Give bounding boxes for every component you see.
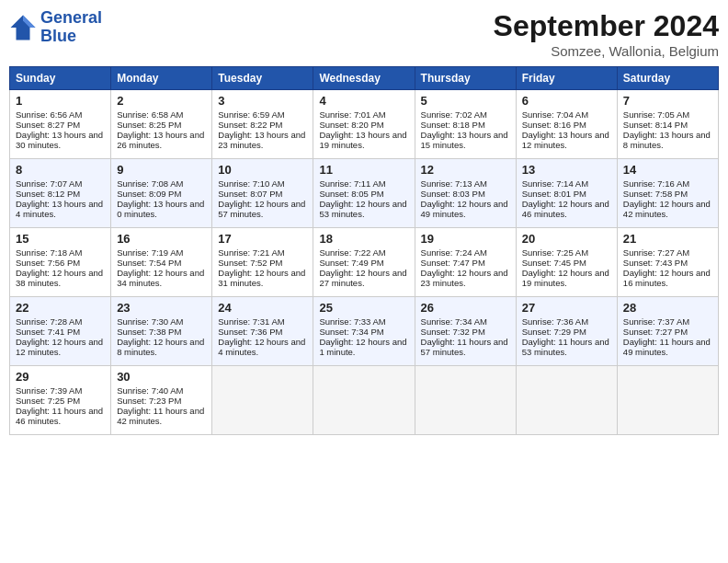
sunrise-text: Sunrise: 7:31 AM [218,316,284,327]
sunset-text: Sunset: 7:27 PM [623,327,688,337]
sunset-text: Sunset: 7:56 PM [16,258,80,268]
sunrise-text: Sunrise: 7:25 AM [522,247,588,258]
sunset-text: Sunset: 7:32 PM [421,327,485,337]
daylight-text: Daylight: 12 hours and 4 minutes. [218,337,305,357]
week-row-2: 8 Sunrise: 7:07 AM Sunset: 8:12 PM Dayli… [10,159,719,228]
daylight-text: Daylight: 13 hours and 8 minutes. [623,130,711,150]
daylight-text: Daylight: 12 hours and 38 minutes. [16,268,103,288]
day-cell: 23 Sunrise: 7:30 AM Sunset: 7:38 PM Dayl… [111,297,212,366]
sunrise-text: Sunrise: 7:33 AM [319,316,385,327]
daylight-text: Daylight: 12 hours and 34 minutes. [117,268,204,288]
sunrise-text: Sunrise: 7:16 AM [623,178,689,189]
day-number: 12 [421,163,510,177]
sunrise-text: Sunrise: 7:37 AM [623,316,689,327]
day-cell: 24 Sunrise: 7:31 AM Sunset: 7:36 PM Dayl… [212,297,313,366]
header-wednesday: Wednesday [313,67,415,90]
daylight-text: Daylight: 12 hours and 49 minutes. [421,199,508,219]
day-number: 27 [522,301,611,315]
sunrise-text: Sunrise: 6:58 AM [117,109,183,120]
day-cell: 12 Sunrise: 7:13 AM Sunset: 8:03 PM Dayl… [415,159,516,228]
day-number: 29 [16,370,105,384]
week-row-1: 1 Sunrise: 6:56 AM Sunset: 8:27 PM Dayli… [10,90,719,159]
day-number: 15 [16,232,105,246]
day-cell: 13 Sunrise: 7:14 AM Sunset: 8:01 PM Dayl… [516,159,617,228]
sunset-text: Sunset: 7:34 PM [319,327,383,337]
sunset-text: Sunset: 7:45 PM [522,258,586,268]
day-cell: 8 Sunrise: 7:07 AM Sunset: 8:12 PM Dayli… [10,159,111,228]
sunrise-text: Sunrise: 7:14 AM [522,178,588,189]
day-number: 6 [522,94,611,108]
day-cell: 29 Sunrise: 7:39 AM Sunset: 7:25 PM Dayl… [10,366,111,435]
day-number: 20 [522,232,611,246]
daylight-text: Daylight: 12 hours and 16 minutes. [623,268,711,288]
day-number: 13 [522,163,611,177]
sunrise-text: Sunrise: 7:24 AM [421,247,487,258]
sunset-text: Sunset: 7:29 PM [522,327,586,337]
sunset-text: Sunset: 8:12 PM [16,189,80,199]
header-friday: Friday [516,67,617,90]
day-number: 2 [117,94,206,108]
daylight-text: Daylight: 11 hours and 57 minutes. [421,337,508,357]
sunrise-text: Sunrise: 7:39 AM [16,385,82,396]
sunrise-text: Sunrise: 7:01 AM [319,109,385,120]
day-cell: 4 Sunrise: 7:01 AM Sunset: 8:20 PM Dayli… [313,90,415,159]
sunset-text: Sunset: 8:27 PM [16,120,80,130]
day-number: 19 [421,232,510,246]
sunrise-text: Sunrise: 7:40 AM [117,385,183,396]
day-cell: 2 Sunrise: 6:58 AM Sunset: 8:25 PM Dayli… [111,90,212,159]
day-number: 23 [117,301,206,315]
sunrise-text: Sunrise: 7:13 AM [421,178,487,189]
daylight-text: Daylight: 13 hours and 0 minutes. [117,199,204,219]
sunset-text: Sunset: 8:16 PM [522,120,586,130]
sunset-text: Sunset: 8:05 PM [319,189,383,199]
sunrise-text: Sunrise: 7:02 AM [421,109,487,120]
sunset-text: Sunset: 8:07 PM [218,189,282,199]
sunrise-text: Sunrise: 7:28 AM [16,316,82,327]
day-cell: 11 Sunrise: 7:11 AM Sunset: 8:05 PM Dayl… [313,159,415,228]
sunset-text: Sunset: 7:25 PM [16,396,80,406]
sunrise-text: Sunrise: 7:36 AM [522,316,588,327]
title-block: September 2024 Somzee, Wallonia, Belgium [494,9,719,59]
sunrise-text: Sunrise: 7:08 AM [117,178,183,189]
sunset-text: Sunset: 7:49 PM [319,258,383,268]
sunset-text: Sunset: 8:18 PM [421,120,485,130]
sunset-text: Sunset: 7:23 PM [117,396,181,406]
sunrise-text: Sunrise: 7:11 AM [319,178,385,189]
week-row-3: 15 Sunrise: 7:18 AM Sunset: 7:56 PM Dayl… [10,228,719,297]
sunset-text: Sunset: 8:20 PM [319,120,383,130]
day-cell: 3 Sunrise: 6:59 AM Sunset: 8:22 PM Dayli… [212,90,313,159]
sunset-text: Sunset: 7:54 PM [117,258,181,268]
day-cell: 5 Sunrise: 7:02 AM Sunset: 8:18 PM Dayli… [415,90,516,159]
day-cell [415,366,516,435]
day-number: 1 [16,94,105,108]
logo-icon [9,14,37,41]
daylight-text: Daylight: 13 hours and 12 minutes. [522,130,609,150]
page-header: General Blue September 2024 Somzee, Wall… [9,9,719,59]
sunset-text: Sunset: 7:52 PM [218,258,282,268]
week-row-4: 22 Sunrise: 7:28 AM Sunset: 7:41 PM Dayl… [10,297,719,366]
sunrise-text: Sunrise: 7:10 AM [218,178,284,189]
day-cell: 1 Sunrise: 6:56 AM Sunset: 8:27 PM Dayli… [10,90,111,159]
logo-text: General Blue [40,9,102,46]
daylight-text: Daylight: 11 hours and 42 minutes. [117,406,204,426]
day-cell: 18 Sunrise: 7:22 AM Sunset: 7:49 PM Dayl… [313,228,415,297]
day-number: 24 [218,301,307,315]
day-number: 16 [117,232,206,246]
day-cell: 16 Sunrise: 7:19 AM Sunset: 7:54 PM Dayl… [111,228,212,297]
daylight-text: Daylight: 12 hours and 8 minutes. [117,337,204,357]
month-title: September 2024 [494,9,719,43]
day-number: 11 [319,163,408,177]
header-thursday: Thursday [415,67,516,90]
header-monday: Monday [111,67,212,90]
day-cell: 9 Sunrise: 7:08 AM Sunset: 8:09 PM Dayli… [111,159,212,228]
daylight-text: Daylight: 11 hours and 49 minutes. [623,337,711,357]
sunrise-text: Sunrise: 6:59 AM [218,109,284,120]
day-cell: 20 Sunrise: 7:25 AM Sunset: 7:45 PM Dayl… [516,228,617,297]
day-number: 21 [623,232,712,246]
day-cell: 19 Sunrise: 7:24 AM Sunset: 7:47 PM Dayl… [415,228,516,297]
header-sunday: Sunday [10,67,111,90]
sunset-text: Sunset: 7:58 PM [623,189,688,199]
location-subtitle: Somzee, Wallonia, Belgium [494,43,719,59]
day-cell [212,366,313,435]
sunset-text: Sunset: 7:41 PM [16,327,80,337]
